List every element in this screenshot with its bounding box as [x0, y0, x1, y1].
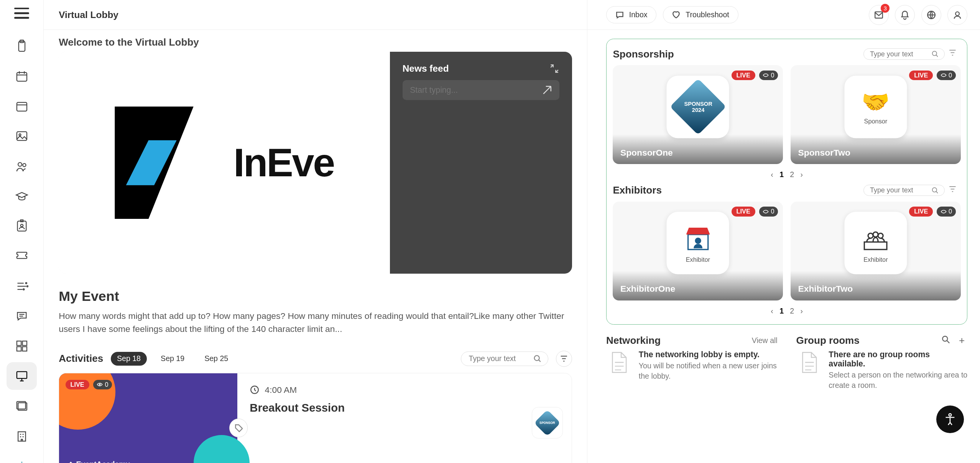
nav-calendar-2[interactable] — [7, 92, 36, 120]
accessibility-fab[interactable] — [936, 406, 964, 433]
activity-thumbnail: LIVE 0 ◆ EventAcademy — [59, 373, 237, 463]
nav-grid[interactable] — [7, 332, 36, 360]
sponsorship-filter-button[interactable] — [948, 48, 961, 61]
nav-images-stack[interactable] — [7, 392, 36, 420]
nav-calendar-1[interactable] — [7, 62, 36, 90]
svg-point-37 — [949, 414, 951, 416]
troubleshoot-button[interactable]: Troubleshoot — [663, 6, 738, 23]
group-rooms-search-button[interactable] — [941, 335, 950, 346]
activities-filter-button[interactable] — [556, 351, 572, 367]
sponsorship-search-input[interactable] — [870, 50, 932, 58]
svg-rect-4 — [16, 132, 26, 141]
date-chip-1[interactable]: Sep 19 — [155, 352, 191, 366]
pager-page-2[interactable]: 2 — [790, 307, 794, 315]
activity-sponsor-logo[interactable]: SPONSOR — [532, 407, 563, 438]
pager-next[interactable]: › — [800, 170, 803, 179]
search-icon — [534, 355, 541, 363]
hamburger-menu-icon[interactable] — [14, 8, 29, 19]
id-badge-icon — [15, 219, 29, 233]
send-icon[interactable] — [542, 85, 552, 95]
handshake-icon: 🤝 — [862, 89, 890, 115]
filter-icon — [948, 185, 957, 194]
clock-icon — [250, 385, 260, 395]
svg-rect-15 — [22, 341, 26, 345]
svg-point-31 — [696, 238, 700, 243]
nav-gallery[interactable] — [7, 122, 36, 150]
filter-icon — [560, 355, 568, 363]
live-badge: LIVE — [909, 71, 933, 80]
inbox-button[interactable]: Inbox — [606, 6, 656, 23]
nav-building[interactable] — [7, 422, 36, 450]
group-rooms-section: Group rooms + There are no group rooms a… — [796, 335, 968, 391]
sponsor-card-1[interactable]: LIVE 0 🤝 Sponsor SponsorTwo — [791, 65, 961, 164]
nav-education[interactable] — [7, 182, 36, 210]
sponsorship-exhibitors-panel: Sponsorship LIVE — [606, 39, 967, 325]
sponsorship-search[interactable] — [863, 48, 945, 60]
pager-page-1[interactable]: 1 — [779, 170, 784, 179]
svg-point-12 — [27, 286, 28, 287]
nav-poll[interactable] — [7, 273, 36, 300]
svg-point-6 — [18, 163, 22, 166]
svg-point-29 — [932, 187, 937, 192]
monitor-icon — [15, 369, 29, 383]
eye-icon — [763, 209, 769, 215]
networking-empty-title: The networking lobby is empty. — [639, 350, 778, 359]
group-rooms-add-button[interactable]: + — [956, 335, 967, 346]
live-badge: LIVE — [909, 207, 933, 217]
exhibitors-search[interactable] — [863, 185, 945, 196]
search-icon — [932, 51, 938, 57]
activities-search[interactable] — [461, 351, 548, 366]
nav-clipboard[interactable] — [7, 33, 36, 60]
nav-badge[interactable] — [7, 212, 36, 240]
exhibitor-card-1[interactable]: LIVE 0 Exhibitor ExhibitorTwo — [791, 202, 961, 300]
accessibility-icon — [943, 412, 957, 426]
topbar: Virtual Lobby — [44, 0, 587, 30]
exhibitor-card-0[interactable]: LIVE 0 Exhibitor ExhibitorOne — [613, 202, 783, 300]
notifications-button[interactable]: 3 — [869, 5, 889, 25]
activity-card[interactable]: LIVE 0 ◆ EventAcademy — [59, 373, 572, 463]
booth-icon — [683, 223, 713, 253]
pager-next[interactable]: › — [800, 307, 803, 315]
networking-empty-body: You will be notified when a new user joi… — [639, 361, 778, 382]
sponsor-name: SponsorOne — [620, 148, 673, 158]
my-event-section: My Event How many words might that add u… — [59, 289, 572, 335]
sponsor-name: SponsorTwo — [798, 148, 850, 158]
nav-chat[interactable] — [7, 302, 36, 330]
svg-point-36 — [942, 336, 947, 341]
profile-button[interactable] — [947, 5, 967, 25]
collapse-icon[interactable] — [549, 64, 559, 74]
sponsorship-title: Sponsorship — [613, 48, 863, 60]
pager-page-1[interactable]: 1 — [779, 307, 784, 315]
pager-prev[interactable]: ‹ — [771, 170, 773, 179]
nav-people[interactable] — [7, 153, 36, 180]
globe-button[interactable] — [921, 5, 941, 25]
page-title: Virtual Lobby — [59, 10, 118, 20]
sponsor-card-0[interactable]: LIVE 0 SPONSOR2024 SponsorOne — [613, 65, 783, 164]
people-icon — [15, 159, 29, 173]
pager-page-2[interactable]: 2 — [790, 170, 794, 179]
brand-logo-mark — [115, 107, 227, 219]
news-feed-input[interactable] — [410, 85, 542, 95]
news-feed-title: News feed — [403, 63, 449, 74]
svg-point-35 — [878, 233, 883, 238]
svg-rect-8 — [17, 221, 26, 231]
svg-point-13 — [23, 289, 24, 290]
svg-rect-3 — [16, 102, 26, 111]
search-icon — [932, 187, 938, 194]
nav-download[interactable] — [7, 452, 36, 463]
exhibitors-title: Exhibitors — [613, 184, 863, 196]
nav-ticket[interactable] — [7, 242, 36, 270]
exhibitors-filter-button[interactable] — [948, 184, 961, 197]
image-icon — [15, 129, 29, 143]
svg-point-7 — [23, 163, 26, 166]
nav-monitor[interactable] — [7, 362, 36, 390]
svg-rect-21 — [18, 432, 26, 441]
bell-button[interactable] — [895, 5, 915, 25]
exhibitors-search-input[interactable] — [870, 186, 932, 194]
networking-view-all[interactable]: View all — [752, 336, 778, 345]
pager-prev[interactable]: ‹ — [771, 307, 773, 315]
date-chip-2[interactable]: Sep 25 — [198, 352, 235, 366]
poll-icon — [15, 279, 29, 293]
activities-search-input[interactable] — [469, 354, 534, 363]
date-chip-0[interactable]: Sep 18 — [111, 352, 147, 366]
